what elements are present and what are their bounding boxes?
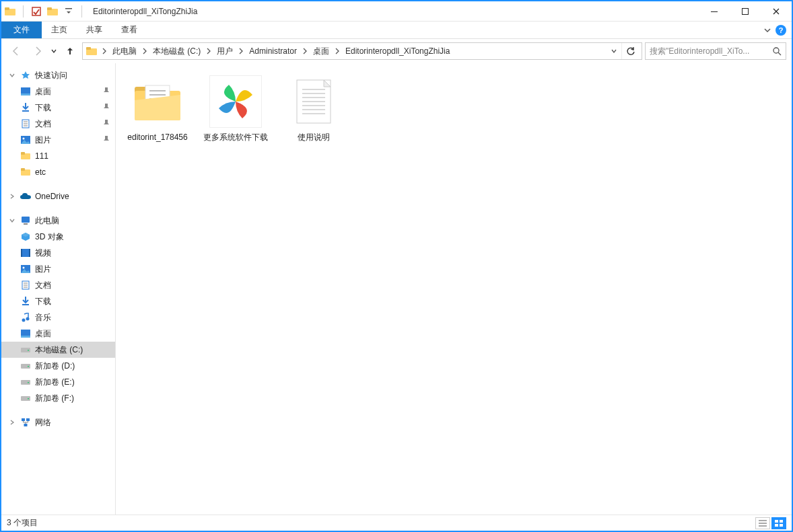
icons-view-button[interactable] — [771, 517, 786, 529]
crumb-drive-c[interactable]: 本地磁盘 (C:) — [149, 43, 205, 59]
sidebar-item-label: etc — [35, 167, 46, 177]
sidebar-item-label: 下载 — [35, 102, 51, 114]
sidebar-item-pc-pictures[interactable]: 图片 — [1, 261, 115, 277]
tab-share[interactable]: 共享 — [77, 22, 112, 38]
drive-icon — [20, 344, 31, 355]
sidebar-item-drive-d[interactable]: 新加卷 (D:) — [1, 358, 115, 374]
sidebar-item-network[interactable]: 网络 — [1, 414, 115, 430]
svg-point-32 — [23, 267, 25, 269]
pictures-icon — [20, 264, 31, 274]
svg-rect-9 — [86, 47, 91, 50]
crumb-current-folder[interactable]: Editorinteropdll_XiTongZhiJia — [341, 43, 454, 59]
sidebar-item-drive-c[interactable]: 本地磁盘 (C:) — [1, 342, 115, 358]
drive-icon — [20, 377, 31, 387]
chevron-right-icon[interactable] — [205, 48, 213, 54]
svg-point-39 — [26, 317, 30, 321]
search-input[interactable]: 搜索"Editorinteropdll_XiTo... — [645, 42, 786, 60]
nav-up-button[interactable] — [61, 42, 79, 61]
sidebar-item-pc-documents[interactable]: 文档 — [1, 277, 115, 293]
sidebar-item-pictures[interactable]: 图片 — [1, 132, 115, 148]
nav-back-button[interactable] — [7, 42, 26, 61]
sidebar-item-music[interactable]: 音乐 — [1, 309, 115, 326]
chevron-right-icon[interactable] — [141, 48, 149, 54]
svg-rect-25 — [21, 168, 25, 171]
sidebar-item-label: 新加卷 (D:) — [35, 360, 75, 372]
crumb-this-pc[interactable]: 此电脑 — [108, 43, 141, 59]
tab-file[interactable]: 文件 — [1, 22, 42, 38]
sidebar-item-etc[interactable]: etc — [1, 164, 115, 180]
nav-forward-button[interactable] — [28, 42, 47, 61]
sidebar-item-pc-downloads[interactable]: 下载 — [1, 293, 115, 309]
svg-rect-52 — [24, 424, 28, 426]
sidebar-item-drive-e[interactable]: 新加卷 (E:) — [1, 374, 115, 390]
ribbon-right-controls: ? — [758, 22, 792, 38]
window-frame: Editorinteropdll_XiTongZhiJia 文件 主页 共享 查… — [0, 0, 793, 532]
details-view-button[interactable] — [755, 517, 770, 529]
folder-icon — [131, 75, 184, 128]
sidebar-item-pc-desktop[interactable]: 桌面 — [1, 326, 115, 342]
sidebar-item-downloads[interactable]: 下载 — [1, 100, 115, 116]
properties-icon[interactable] — [30, 5, 42, 17]
sidebar-item-label: 快速访问 — [35, 70, 67, 81]
sidebar-item-quick-access[interactable]: 快速访问 — [1, 67, 115, 83]
chevron-down-icon[interactable] — [8, 217, 16, 224]
svg-point-21 — [23, 138, 25, 140]
sidebar-item-label: 下载 — [35, 296, 51, 307]
list-item[interactable]: 更多系统软件下载 — [199, 73, 272, 145]
sidebar-item-desktop[interactable]: 桌面 — [1, 83, 115, 100]
sidebar-item-label: 网络 — [35, 417, 51, 428]
sidebar-item-drive-f[interactable]: 新加卷 (F:) — [1, 390, 115, 406]
svg-rect-37 — [22, 304, 29, 305]
chevron-right-icon[interactable] — [333, 48, 341, 54]
svg-point-38 — [22, 319, 26, 322]
sidebar-item-videos[interactable]: 视频 — [1, 245, 115, 261]
qat-dropdown-icon[interactable] — [63, 5, 75, 17]
list-item[interactable]: 使用说明 — [277, 73, 350, 145]
minimize-button[interactable] — [699, 2, 730, 21]
refresh-button[interactable] — [621, 43, 639, 59]
svg-rect-28 — [21, 249, 30, 257]
chevron-right-icon[interactable] — [237, 48, 245, 54]
search-icon — [772, 46, 782, 56]
sidebar-item-documents[interactable]: 文档 — [1, 116, 115, 132]
sidebar-item-3d-objects[interactable]: 3D 对象 — [1, 229, 115, 245]
folder-icon — [85, 45, 98, 57]
svg-rect-40 — [21, 330, 30, 336]
address-bar[interactable]: 此电脑 本地磁盘 (C:) 用户 Administrator 桌面 Editor… — [82, 42, 642, 60]
chevron-right-icon[interactable] — [301, 48, 309, 54]
drive-icon — [20, 393, 31, 404]
cloud-icon — [20, 191, 31, 202]
chevron-right-icon[interactable] — [100, 48, 108, 54]
sidebar-item-onedrive[interactable]: OneDrive — [1, 188, 115, 204]
address-row: 此电脑 本地磁盘 (C:) 用户 Administrator 桌面 Editor… — [1, 39, 792, 63]
nav-history-dropdown[interactable] — [50, 42, 58, 61]
svg-point-10 — [773, 48, 779, 53]
sidebar-item-111[interactable]: 111 — [1, 148, 115, 164]
svg-rect-14 — [21, 93, 30, 96]
content-pane[interactable]: editorint_178456 更多系统软件下载 — [116, 63, 792, 515]
addressbar-dropdown-icon[interactable] — [611, 48, 617, 54]
maximize-button[interactable] — [730, 2, 761, 21]
window-title: Editorinteropdll_XiTongZhiJia — [93, 7, 197, 16]
crumb-desktop[interactable]: 桌面 — [309, 43, 333, 59]
file-name: 更多系统软件下载 — [203, 132, 268, 143]
ribbon-expand-icon[interactable] — [763, 26, 771, 34]
close-button[interactable] — [761, 2, 792, 21]
crumb-admin[interactable]: Administrator — [245, 43, 301, 59]
chevron-right-icon[interactable] — [8, 193, 16, 200]
chevron-down-icon[interactable] — [8, 72, 16, 79]
sidebar-item-label: 文档 — [35, 118, 51, 130]
crumb-users[interactable]: 用户 — [213, 43, 237, 59]
navigation-pane[interactable]: 快速访问 桌面 下载 文档 — [1, 63, 116, 515]
sidebar-item-label: 111 — [35, 151, 48, 161]
chevron-right-icon[interactable] — [8, 419, 16, 426]
sidebar-item-this-pc[interactable]: 此电脑 — [1, 213, 115, 229]
sidebar-item-label: 桌面 — [35, 86, 51, 98]
drive-icon — [20, 360, 31, 371]
tab-home[interactable]: 主页 — [42, 22, 77, 38]
svg-rect-45 — [28, 366, 29, 367]
help-icon[interactable]: ? — [775, 25, 786, 36]
tab-view[interactable]: 查看 — [112, 22, 147, 38]
file-name: editorint_178456 — [127, 132, 187, 143]
list-item[interactable]: editorint_178456 — [121, 73, 194, 145]
